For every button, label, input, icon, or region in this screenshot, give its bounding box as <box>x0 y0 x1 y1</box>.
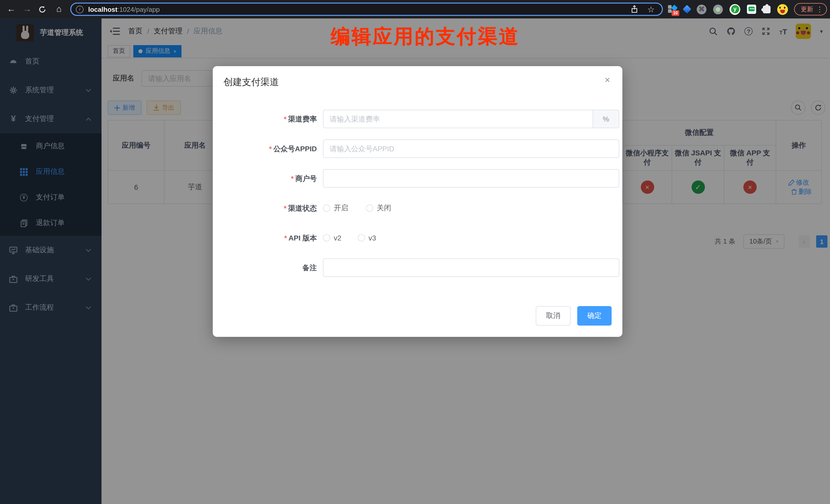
radio-circle-icon <box>323 204 330 212</box>
update-label: 更新 <box>801 5 813 13</box>
browser-reload-icon[interactable] <box>38 5 48 13</box>
radio-api-v2[interactable]: v2 <box>323 234 342 242</box>
extension-kite-icon[interactable] <box>682 5 691 13</box>
radio-status-on[interactable]: 开启 <box>323 203 348 213</box>
annotation-text: 编辑应用的支付渠道 <box>331 24 520 50</box>
bookmark-star-icon[interactable]: ☆ <box>647 4 655 14</box>
share-icon[interactable] <box>630 5 639 14</box>
url-text[interactable]: localhost:1024/pay/app <box>88 5 630 13</box>
browser-back-icon[interactable]: ← <box>7 0 16 19</box>
form-row-status: *渠道状态 开启 关闭 <box>227 199 622 217</box>
form-row-appid: *公众号APPID <box>227 139 622 158</box>
url-path: :1024/pay/app <box>118 5 160 13</box>
extensions-row: 10 ⌘ <box>668 4 788 14</box>
radio-label: 关闭 <box>377 203 391 213</box>
rate-input[interactable] <box>323 110 593 128</box>
browser-toolbar: ← → ⌂ i localhost:1024/pay/app ☆ 10 ⌘ <box>0 0 830 19</box>
extension-badge: 10 <box>672 10 679 16</box>
screenshot-root: ← → ⌂ i localhost:1024/pay/app ☆ 10 ⌘ <box>0 0 830 504</box>
radio-label: v2 <box>334 234 342 242</box>
merchant-label: 商户号 <box>295 174 317 183</box>
radio-label: 开启 <box>334 203 348 213</box>
radio-api-v3[interactable]: v3 <box>358 234 376 242</box>
required-mark: * <box>284 115 287 123</box>
profile-avatar-emoji[interactable] <box>777 4 788 14</box>
confirm-button[interactable]: 确定 <box>577 306 612 325</box>
radio-circle-icon <box>323 234 330 242</box>
appid-label: 公众号APPID <box>273 145 317 153</box>
page: ← → ⌂ i localhost:1024/pay/app ☆ 10 ⌘ <box>0 0 830 504</box>
dialog-header: 创建支付渠道 × <box>213 66 622 97</box>
dialog-footer: 取消 确定 <box>536 306 612 325</box>
extension-blue-diamond-icon[interactable]: 10 <box>668 5 677 14</box>
url-host: localhost <box>88 5 118 13</box>
status-label: 渠道状态 <box>288 204 317 212</box>
radio-circle-icon <box>366 204 373 212</box>
create-pay-channel-dialog: 创建支付渠道 × *渠道费率 % *公众号APPID <box>213 66 622 337</box>
dialog-close-icon[interactable]: × <box>605 75 610 86</box>
app-window: 芋道管理系统 首页 系统管理 ¥ 支付管理 <box>0 19 830 504</box>
extension-command-icon[interactable]: ⌘ <box>697 4 706 14</box>
percent-suffix: % <box>593 110 619 128</box>
radio-circle-icon <box>358 234 365 242</box>
appid-input[interactable] <box>323 140 619 157</box>
remark-label: 备注 <box>302 263 317 272</box>
extensions-puzzle-icon[interactable] <box>763 5 770 13</box>
form-row-remark: 备注 <box>227 258 622 277</box>
cancel-button[interactable]: 取消 <box>536 306 571 325</box>
site-info-icon[interactable]: i <box>76 5 84 13</box>
dialog-title: 创建支付渠道 <box>224 77 279 87</box>
required-mark: * <box>284 234 287 242</box>
dialog-form: *渠道费率 % *公众号APPID *商户号 <box>213 97 622 277</box>
extension-gray-dot-icon[interactable] <box>713 4 723 14</box>
address-bar[interactable]: i localhost:1024/pay/app ☆ <box>70 3 663 16</box>
required-mark: * <box>269 145 272 153</box>
browser-forward-icon[interactable]: → <box>23 0 32 19</box>
radio-label: v3 <box>369 234 376 242</box>
browser-menu-icon[interactable]: ⋮ <box>816 5 823 13</box>
required-mark: * <box>284 204 287 212</box>
form-row-rate: *渠道费率 % <box>227 110 622 128</box>
browser-update-button[interactable]: 更新 ⋮ <box>794 3 827 15</box>
api-version-label: API 版本 <box>289 234 317 242</box>
remark-input[interactable] <box>323 259 619 276</box>
rate-label: 渠道费率 <box>288 115 317 123</box>
merchant-input[interactable] <box>323 170 619 187</box>
browser-home-icon[interactable]: ⌂ <box>54 0 64 19</box>
extension-chat-icon[interactable] <box>747 5 756 14</box>
form-row-api-version: *API 版本 v2 v3 <box>227 229 622 247</box>
extension-y-icon[interactable] <box>730 4 740 14</box>
required-mark: * <box>291 174 294 183</box>
form-row-merchant: *商户号 <box>227 169 622 188</box>
radio-status-off[interactable]: 关闭 <box>366 203 391 213</box>
